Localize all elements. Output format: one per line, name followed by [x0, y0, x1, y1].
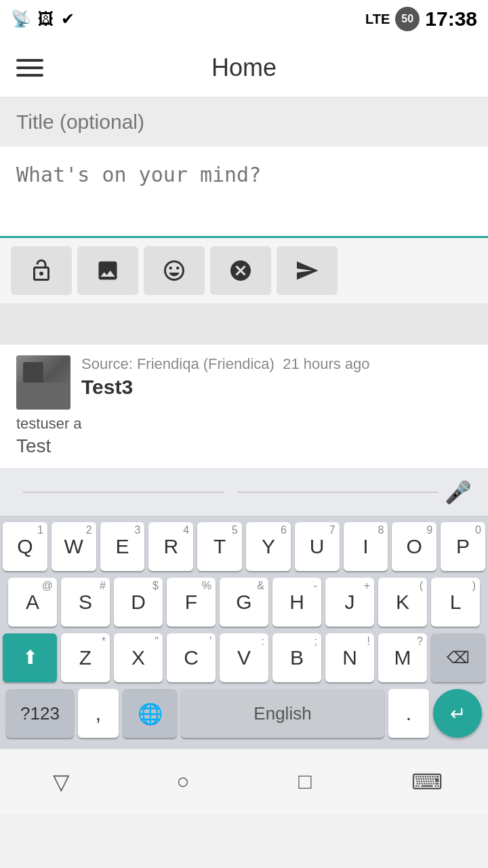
key-i[interactable]: 8I — [344, 522, 388, 571]
cancel-icon — [228, 258, 253, 283]
emoji-button[interactable] — [144, 246, 205, 295]
post-user: testuser a — [16, 415, 472, 433]
shield-icon: ✔ — [61, 9, 75, 28]
send-button[interactable] — [277, 246, 338, 295]
key-x[interactable]: "X — [114, 633, 163, 682]
key-d[interactable]: $D — [114, 578, 163, 627]
avatar[interactable] — [16, 355, 70, 410]
post-meta: Source: Friendiqa (Friendica) 21 hours a… — [81, 355, 472, 399]
keyboard-bottom-row: ?123 , 🌐 English . ↵ — [3, 689, 485, 743]
keyboard-row-3: ⬆ *Z "X 'C :V ;B !N ?M ⌫ — [3, 633, 485, 682]
comma-key[interactable]: , — [78, 689, 119, 738]
unlock-icon — [29, 258, 54, 283]
recent-button[interactable]: □ — [278, 755, 332, 809]
post-item: Source: Friendiqa (Friendica) 21 hours a… — [0, 344, 488, 468]
key-e[interactable]: 3E — [100, 522, 145, 571]
avatar-image — [16, 355, 70, 410]
signal-tower-icon: 📡 — [11, 9, 31, 28]
key-j[interactable]: +J — [325, 578, 374, 627]
content-input[interactable] — [0, 152, 488, 233]
key-y[interactable]: 6Y — [246, 522, 291, 571]
battery-badge: 50 — [395, 7, 420, 31]
key-b[interactable]: ;B — [272, 633, 321, 682]
post-source: Source: Friendiqa (Friendica) 21 hours a… — [81, 355, 472, 373]
globe-key[interactable]: 🌐 — [123, 689, 177, 738]
cancel-button[interactable] — [210, 246, 271, 295]
clock: 17:38 — [425, 7, 477, 31]
post-preview: Test — [16, 435, 472, 457]
key-s[interactable]: #S — [61, 578, 110, 627]
shift-key[interactable]: ⬆ — [3, 633, 57, 682]
key-u[interactable]: 7U — [295, 522, 340, 571]
keyboard-row-2: @A #S $D %F &G -H +J (K )L — [3, 578, 485, 627]
image-icon — [96, 258, 120, 283]
title-input[interactable] — [0, 98, 488, 146]
page-title: Home — [60, 54, 428, 82]
key-z[interactable]: *Z — [61, 633, 110, 682]
key-a[interactable]: @A — [8, 578, 57, 627]
key-n[interactable]: !N — [325, 633, 374, 682]
back-button[interactable]: ▽ — [34, 755, 88, 809]
compose-toolbar — [0, 238, 488, 303]
key-o[interactable]: 9O — [392, 522, 436, 571]
emoji-icon — [162, 258, 186, 283]
key-k[interactable]: (K — [378, 578, 427, 627]
image-button[interactable] — [77, 246, 138, 295]
key-g[interactable]: &G — [220, 578, 268, 627]
compose-area — [0, 98, 488, 303]
compose-spacer — [0, 303, 488, 344]
lock-button[interactable] — [11, 246, 72, 295]
key-t[interactable]: 5T — [197, 522, 242, 571]
status-bar: 📡 🖼 ✔ LTE 50 17:38 — [0, 0, 488, 38]
app-bar: Home — [0, 38, 488, 98]
period-key[interactable]: . — [388, 689, 429, 738]
image-icon: 🖼 — [38, 9, 54, 28]
key-h[interactable]: -H — [272, 578, 321, 627]
post-title: Test3 — [81, 376, 472, 399]
hamburger-line-3 — [16, 74, 43, 77]
home-button[interactable]: ○ — [156, 755, 210, 809]
key-l[interactable]: )L — [431, 578, 480, 627]
post-header: Source: Friendiqa (Friendica) 21 hours a… — [16, 355, 472, 410]
keyboard-toolbar: 🎤 — [0, 468, 488, 517]
key-w[interactable]: 2W — [52, 522, 96, 571]
num-key[interactable]: ?123 — [6, 689, 74, 738]
hamburger-menu[interactable] — [16, 59, 43, 77]
key-p[interactable]: 0P — [441, 522, 485, 571]
space-key[interactable]: English — [181, 689, 384, 738]
hamburger-line-2 — [16, 66, 43, 69]
keyboard-button[interactable]: ⌨ — [400, 755, 454, 809]
key-c[interactable]: 'C — [167, 633, 216, 682]
key-r[interactable]: 4R — [148, 522, 193, 571]
keyboard-area: 🎤 1Q 2W 3E 4R 5T 6Y 7U 8I 9O 0P @A #S $D… — [0, 468, 488, 749]
key-q[interactable]: 1Q — [3, 522, 47, 571]
lte-icon: LTE — [365, 12, 390, 27]
status-left-icons: 📡 🖼 ✔ — [11, 9, 75, 28]
keyboard: 1Q 2W 3E 4R 5T 6Y 7U 8I 9O 0P @A #S $D %… — [0, 517, 488, 749]
keyboard-row-1: 1Q 2W 3E 4R 5T 6Y 7U 8I 9O 0P — [3, 522, 485, 571]
key-v[interactable]: :V — [220, 633, 268, 682]
content-input-wrapper — [0, 146, 488, 238]
send-icon — [295, 258, 319, 283]
hamburger-line-1 — [16, 59, 43, 62]
key-m[interactable]: ?M — [378, 633, 427, 682]
delete-key[interactable]: ⌫ — [431, 633, 485, 682]
key-f[interactable]: %F — [167, 578, 216, 627]
mic-button[interactable]: 🎤 — [445, 479, 472, 505]
status-right-icons: LTE 50 17:38 — [365, 7, 477, 31]
enter-key[interactable]: ↵ — [433, 689, 482, 738]
nav-bar: ▽ ○ □ ⌨ — [0, 749, 488, 814]
